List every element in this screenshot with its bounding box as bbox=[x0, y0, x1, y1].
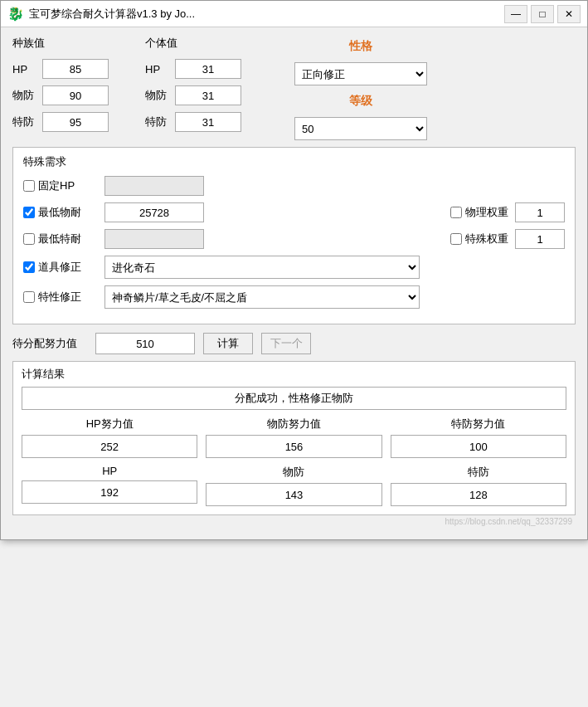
fixed-hp-checkbox[interactable] bbox=[23, 180, 35, 192]
phys-weight-input[interactable] bbox=[515, 202, 565, 222]
sp-def-stat-value: 128 bbox=[391, 483, 566, 506]
result-section: 计算结果 分配成功，性格修正物防 HP努力值 252 物防努力值 156 特防努… bbox=[12, 361, 576, 515]
race-sp-defense-label: 特防 bbox=[12, 115, 37, 129]
def-ev-value: 156 bbox=[206, 435, 381, 458]
stat-result-row: HP 192 物防 143 特防 128 bbox=[22, 465, 566, 506]
hp-stat-col: HP 192 bbox=[22, 465, 197, 506]
ev-label: 待分配努力值 bbox=[12, 336, 87, 351]
calc-button[interactable]: 计算 bbox=[203, 333, 253, 354]
min-sp-defense-input[interactable] bbox=[104, 229, 204, 249]
hp-ev-value: 252 bbox=[22, 435, 197, 458]
nature-select[interactable]: 正向修正 无修正 负向修正 bbox=[294, 62, 427, 85]
race-defense-input[interactable] bbox=[42, 85, 109, 105]
hp-ev-col: HP努力值 252 bbox=[22, 417, 197, 458]
iv-sp-defense-label: 特防 bbox=[145, 115, 170, 129]
calc-row: 待分配努力值 计算 下一个 bbox=[12, 333, 576, 354]
def-stat-value: 143 bbox=[206, 483, 381, 506]
hp-stat-value: 192 bbox=[22, 480, 197, 504]
level-title: 等级 bbox=[349, 94, 372, 109]
sp-def-ev-col: 特防努力值 100 bbox=[391, 417, 566, 458]
special-section: 特殊需求 固定HP 最低物耐 物理权重 bbox=[12, 147, 576, 324]
race-defense-row: 物防 bbox=[12, 85, 129, 105]
tool-mod-wrapper: 道具修正 bbox=[23, 260, 98, 275]
fixed-hp-row: 固定HP bbox=[23, 176, 565, 196]
sp-def-stat-col: 特防 128 bbox=[391, 465, 566, 506]
tool-mod-select[interactable]: 进化奇石 无 强化道具 突击背心 bbox=[104, 256, 420, 279]
phys-weight-checkbox[interactable] bbox=[450, 207, 462, 218]
phys-weight-label: 物理权重 bbox=[465, 205, 508, 220]
def-stat-label: 物防 bbox=[283, 465, 304, 480]
fixed-hp-label: 固定HP bbox=[38, 178, 75, 193]
phys-weight-wrapper: 物理权重 bbox=[450, 205, 508, 220]
result-status: 分配成功，性格修正物防 bbox=[22, 387, 566, 410]
nature-level-group: 性格 正向修正 无修正 负向修正 等级 50 100 bbox=[278, 36, 427, 140]
watermark: https://blog.csdn.net/qq_32337299 bbox=[12, 515, 576, 528]
title-bar: 🐉 宝可梦综合耐久计算器v1.3 by Jo... — □ ✕ bbox=[1, 1, 587, 27]
iv-sp-defense-input[interactable] bbox=[175, 112, 241, 132]
individual-value-title: 个体值 bbox=[145, 36, 261, 51]
min-sp-defense-label: 最低特耐 bbox=[38, 232, 81, 246]
nature-title: 性格 bbox=[349, 39, 372, 54]
def-ev-label: 物防努力值 bbox=[267, 417, 321, 432]
min-sp-defense-wrapper: 最低特耐 bbox=[23, 232, 98, 246]
def-ev-col: 物防努力值 156 bbox=[206, 417, 381, 458]
iv-defense-row: 物防 bbox=[145, 85, 261, 105]
race-hp-label: HP bbox=[12, 63, 37, 76]
ev-result-row: HP努力值 252 物防努力值 156 特防努力值 100 bbox=[22, 417, 566, 458]
race-sp-defense-row: 特防 bbox=[12, 112, 129, 132]
min-sp-defense-checkbox[interactable] bbox=[23, 233, 35, 245]
fixed-hp-wrapper: 固定HP bbox=[23, 178, 98, 193]
race-value-title: 种族值 bbox=[12, 36, 129, 51]
minimize-button[interactable]: — bbox=[504, 5, 527, 23]
app-window: 🐉 宝可梦综合耐久计算器v1.3 by Jo... — □ ✕ 种族值 HP 物… bbox=[0, 0, 588, 540]
sp-weight-label: 特殊权重 bbox=[465, 232, 508, 246]
top-section: 种族值 HP 物防 特防 个体值 HP bbox=[12, 36, 576, 140]
ev-input[interactable] bbox=[95, 333, 195, 354]
result-title: 计算结果 bbox=[22, 367, 566, 382]
sp-weight-wrapper: 特殊权重 bbox=[450, 232, 508, 246]
race-sp-defense-input[interactable] bbox=[42, 112, 109, 132]
min-defense-input[interactable] bbox=[104, 202, 204, 222]
sp-weight-checkbox[interactable] bbox=[450, 233, 462, 245]
tool-mod-checkbox[interactable] bbox=[23, 261, 35, 273]
next-button[interactable]: 下一个 bbox=[261, 333, 311, 354]
min-defense-wrapper: 最低物耐 bbox=[23, 205, 98, 220]
trait-mod-wrapper: 特性修正 bbox=[23, 290, 98, 305]
fixed-hp-input[interactable] bbox=[104, 176, 204, 196]
race-defense-label: 物防 bbox=[12, 88, 37, 103]
sp-def-stat-label: 特防 bbox=[468, 465, 489, 480]
sp-weight-input[interactable] bbox=[515, 229, 565, 249]
trait-mod-checkbox[interactable] bbox=[23, 291, 35, 303]
trait-mod-row: 特性修正 神奇鳞片/草之毛皮/不屈之盾 无 bbox=[23, 285, 565, 309]
iv-sp-defense-row: 特防 bbox=[145, 112, 261, 132]
iv-defense-input[interactable] bbox=[175, 85, 241, 105]
main-content: 种族值 HP 物防 特防 个体值 HP bbox=[1, 27, 587, 539]
hp-stat-label: HP bbox=[102, 465, 117, 477]
window-controls: — □ ✕ bbox=[504, 5, 581, 23]
sp-def-ev-label: 特防努力值 bbox=[451, 417, 505, 432]
trait-mod-select[interactable]: 神奇鳞片/草之毛皮/不屈之盾 无 bbox=[104, 285, 420, 309]
iv-hp-input[interactable] bbox=[175, 59, 241, 79]
min-sp-defense-row: 最低特耐 特殊权重 bbox=[23, 229, 565, 249]
close-button[interactable]: ✕ bbox=[557, 5, 581, 23]
sp-def-ev-value: 100 bbox=[391, 435, 566, 458]
special-section-title: 特殊需求 bbox=[23, 154, 565, 169]
maximize-button[interactable]: □ bbox=[531, 5, 554, 23]
tool-mod-row: 道具修正 进化奇石 无 强化道具 突击背心 bbox=[23, 256, 565, 279]
min-defense-label: 最低物耐 bbox=[38, 205, 81, 220]
min-defense-row: 最低物耐 物理权重 bbox=[23, 202, 565, 222]
race-hp-input[interactable] bbox=[42, 59, 109, 79]
title-bar-left: 🐉 宝可梦综合耐久计算器v1.3 by Jo... bbox=[7, 6, 195, 22]
trait-mod-label: 特性修正 bbox=[38, 290, 81, 305]
iv-defense-label: 物防 bbox=[145, 88, 170, 103]
level-select[interactable]: 50 100 bbox=[294, 117, 427, 140]
hp-ev-label: HP努力值 bbox=[86, 417, 134, 432]
individual-value-group: 个体值 HP 物防 特防 bbox=[145, 36, 278, 140]
window-title: 宝可梦综合耐久计算器v1.3 by Jo... bbox=[29, 7, 195, 22]
tool-mod-label: 道具修正 bbox=[38, 260, 81, 275]
def-stat-col: 物防 143 bbox=[206, 465, 381, 506]
iv-hp-label: HP bbox=[145, 63, 170, 76]
iv-hp-row: HP bbox=[145, 59, 261, 79]
race-value-group: 种族值 HP 物防 特防 bbox=[12, 36, 145, 140]
min-defense-checkbox[interactable] bbox=[23, 207, 35, 218]
